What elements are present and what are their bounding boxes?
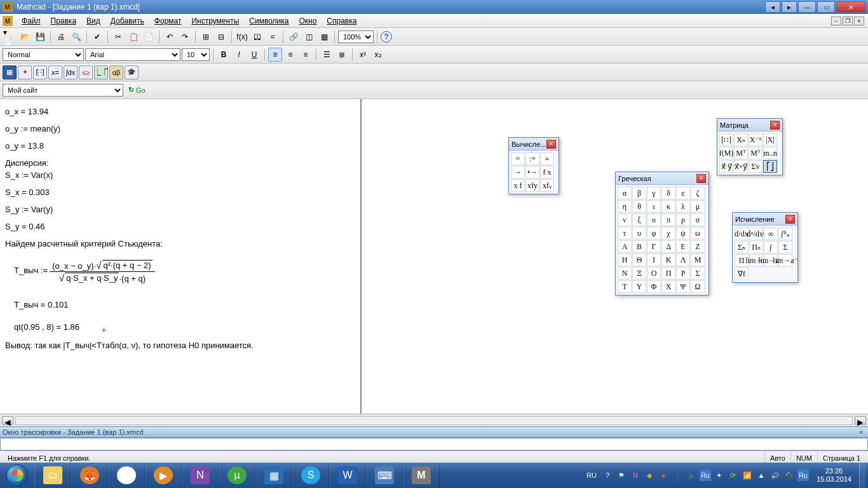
tray-action-center-icon[interactable]: ⚑ xyxy=(616,470,627,481)
style-combo[interactable]: Normal xyxy=(3,48,84,61)
taskbar-app1[interactable]: ▦ xyxy=(255,463,292,487)
redo-button[interactable]: ↷ xyxy=(178,30,192,44)
palette-cell[interactable]: Mᵀ xyxy=(749,147,763,159)
palette-cell[interactable]: Ο xyxy=(647,267,661,280)
matrix-palette-button[interactable]: [∷] xyxy=(33,65,47,79)
tray-lang-icon[interactable]: Ru xyxy=(700,470,711,481)
palette-cell[interactable]: Ψ xyxy=(676,280,690,293)
palette-cell[interactable]: μ xyxy=(691,200,705,213)
tray-network-icon[interactable]: 📶 xyxy=(742,470,753,481)
palette-cell[interactable]: = xyxy=(511,152,525,165)
palette-cell[interactable]: Λ xyxy=(676,254,690,266)
taskbar-skype[interactable]: S xyxy=(292,463,329,487)
scroll-track[interactable] xyxy=(15,416,853,425)
palette-cell[interactable]: |X| xyxy=(763,133,777,146)
palette-cell[interactable]: [∷] xyxy=(719,133,733,146)
palette-cell[interactable]: Σv xyxy=(749,160,763,173)
palette-title[interactable]: Вычисле... × xyxy=(509,138,559,151)
separate-regions-button[interactable]: ⊟ xyxy=(214,30,228,44)
cut-button[interactable]: ✂ xyxy=(111,30,125,44)
menu-insert[interactable]: Добавить xyxy=(105,15,149,27)
palette-cell[interactable]: f(M) xyxy=(719,147,733,159)
font-combo[interactable]: Arial xyxy=(85,48,180,61)
palette-cell[interactable]: ρ xyxy=(676,214,690,226)
palette-close-button[interactable]: × xyxy=(770,121,780,130)
minimize-button[interactable]: — xyxy=(798,1,816,13)
tray-power-icon[interactable]: 🔌 xyxy=(783,470,795,481)
palette-cell[interactable]: x⃗·y⃗ xyxy=(719,160,733,173)
calculate-button[interactable]: = xyxy=(266,30,280,44)
matrix-palette[interactable]: Матрица × [∷]XₙX⁻¹|X|f(M)MᵀMᵀm..nx⃗·y⃗x⃗… xyxy=(717,118,783,175)
palette-cell[interactable]: Ξ xyxy=(632,267,646,280)
tray-app2-icon[interactable]: ↓ xyxy=(672,470,683,481)
palette-title[interactable]: Матрица × xyxy=(717,119,782,132)
palette-cell[interactable]: Π xyxy=(661,267,675,280)
palette-cell[interactable]: ο xyxy=(647,214,661,226)
calculus-palette[interactable]: Исчисление × d/dxdⁿ/dxⁿ∞∫ᵇₐΣₙΠₙ∫ΣΠlim→al… xyxy=(732,212,798,283)
palette-cell[interactable]: ψ xyxy=(676,227,690,240)
palette-cell[interactable]: ∫ xyxy=(764,241,778,254)
horizontal-scrollbar[interactable]: ◄ ► xyxy=(0,414,868,426)
numbering-button[interactable]: ≣ xyxy=(335,48,349,62)
palette-cell[interactable]: Ρ xyxy=(676,267,690,280)
palette-cell[interactable]: Σₙ xyxy=(735,241,749,254)
trace-close-button[interactable]: × xyxy=(857,428,865,436)
palette-cell[interactable]: δ xyxy=(661,187,675,200)
symbolic-palette-button[interactable]: 🎓 xyxy=(125,65,139,79)
align-regions-button[interactable]: ⊞ xyxy=(199,30,213,44)
palette-cell[interactable]: τ xyxy=(618,227,632,240)
nav-next-button[interactable]: ► xyxy=(782,1,797,13)
insert-unit-button[interactable]: 🕮 xyxy=(250,30,264,44)
paste-button[interactable]: 📄 xyxy=(142,30,156,44)
maximize-button[interactable]: ▭ xyxy=(817,1,835,13)
graph-palette-button[interactable]: ✦ xyxy=(18,65,32,79)
mdi-restore-button[interactable]: ❐ xyxy=(843,17,853,25)
math-region[interactable]: qt(0.95 , 8) = 1.86 xyxy=(14,322,355,332)
go-button[interactable]: Go xyxy=(125,86,149,94)
math-region[interactable]: o_y := mean(y) xyxy=(5,124,355,133)
tray-app3-icon[interactable]: ✦ xyxy=(714,470,725,481)
taskbar-utorrent[interactable]: µ xyxy=(219,463,255,487)
tray-utorrent-icon[interactable]: µ xyxy=(686,470,697,481)
palette-cell[interactable]: •→ xyxy=(526,166,539,179)
palette-cell[interactable]: ζ xyxy=(691,187,705,200)
menu-format[interactable]: Формат xyxy=(149,15,187,27)
tray-lang2-icon[interactable]: Ru xyxy=(797,470,809,481)
new-button[interactable]: ▾📄 xyxy=(3,30,17,44)
palette-cell[interactable]: X⁻¹ xyxy=(749,133,763,146)
palette-cell[interactable]: Ζ xyxy=(691,240,705,253)
palette-cell[interactable]: m..n xyxy=(763,147,777,159)
palette-cell[interactable]: Ι xyxy=(647,254,661,266)
math-region[interactable]: S_y = 0.46 xyxy=(5,222,355,231)
palette-close-button[interactable]: × xyxy=(785,215,795,224)
menu-edit[interactable]: Правка xyxy=(46,15,82,27)
tray-onenote-icon[interactable]: N xyxy=(630,470,641,481)
palette-cell[interactable]: φ xyxy=(647,227,661,240)
palette-cell[interactable]: Υ xyxy=(632,280,646,293)
taskbar-osk[interactable]: ⌨ xyxy=(366,463,403,487)
subscript-button[interactable]: x₂ xyxy=(371,48,385,62)
palette-cell[interactable]: ω xyxy=(691,227,705,240)
math-region[interactable]: T_выч = 0.101 xyxy=(14,300,355,309)
palette-cell[interactable]: Α xyxy=(618,240,632,253)
mdi-minimize-button[interactable]: – xyxy=(831,17,841,25)
palette-close-button[interactable]: × xyxy=(696,174,706,183)
close-button[interactable]: ✕ xyxy=(836,1,865,13)
tray-volume-icon[interactable]: 🔊 xyxy=(770,470,781,481)
palette-cell[interactable]: θ xyxy=(632,200,646,213)
page-left[interactable]: o_x = 13.94 o_y := mean(y) o_y = 13.8 Ди… xyxy=(0,99,361,414)
math-region-formula[interactable]: T_выч := (o_x − o_y)·√q²·(q + q − 2) √q·… xyxy=(14,260,355,283)
evaluation-palette-button[interactable]: x= xyxy=(48,65,62,79)
taskbar-mathcad[interactable]: M xyxy=(403,463,440,487)
italic-button[interactable]: I xyxy=(232,48,246,62)
open-button[interactable]: 📂 xyxy=(18,30,32,44)
taskbar-clock[interactable]: 23:26 15.03.2014 xyxy=(811,467,857,484)
palette-cell[interactable]: Σ xyxy=(778,241,792,254)
mdi-close-button[interactable]: × xyxy=(854,17,864,25)
palette-cell[interactable]: Θ xyxy=(632,254,646,266)
boolean-palette-button[interactable]: ≤≥ xyxy=(79,65,93,79)
palette-cell[interactable]: Ν xyxy=(618,267,632,280)
palette-cell[interactable]: ν xyxy=(618,214,632,226)
palette-cell[interactable]: Β xyxy=(632,240,646,253)
math-region[interactable]: o_y = 13.8 xyxy=(5,141,355,151)
